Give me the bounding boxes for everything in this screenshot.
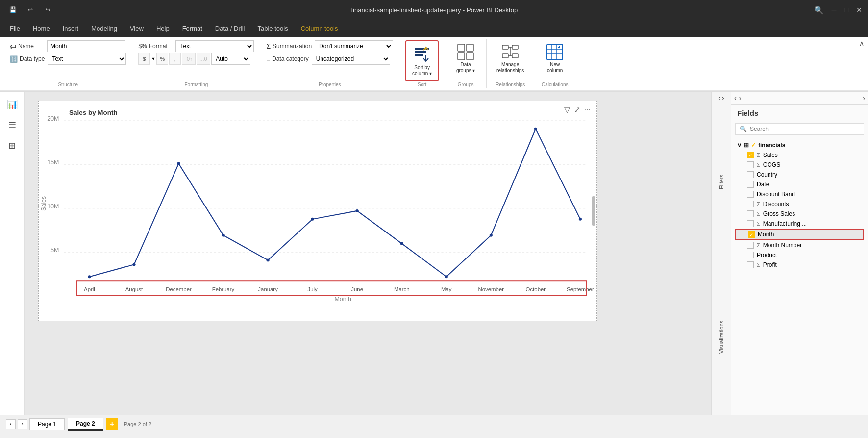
sales-checkbox[interactable]: ✓ — [747, 152, 754, 158]
datatype-row: 🔢 Data type Text Whole Number Decimal Nu… — [10, 53, 126, 65]
dollar-prefix-icon: $% — [138, 43, 147, 50]
dec-inc-btn[interactable]: .0↑ — [182, 53, 196, 65]
page-prev-btn[interactable]: ‹ — [6, 419, 16, 429]
fields-search-box[interactable]: 🔍 — [735, 123, 864, 135]
page-next-btn[interactable]: › — [18, 419, 27, 429]
panel-nav-forward[interactable]: › — [739, 94, 741, 103]
maximize-btn[interactable]: □ — [844, 6, 848, 14]
financials-header[interactable]: ∨ ⊞ ✓ financials — [735, 140, 864, 150]
sort-by-column-btn[interactable]: Sort bycolumn ▾ — [408, 43, 436, 78]
menu-format[interactable]: Format — [176, 23, 208, 34]
panel-fwd-arrow[interactable]: › — [722, 94, 724, 103]
field-item-sales[interactable]: ✓ Σ Sales — [735, 150, 864, 160]
field-item-month-number[interactable]: Σ Month Number — [735, 240, 864, 250]
close-btn[interactable]: ✕ — [856, 6, 862, 14]
menu-modeling[interactable]: Modeling — [85, 23, 123, 34]
svg-rect-2 — [415, 54, 423, 56]
datatype-select[interactable]: Text Whole Number Decimal Number — [48, 53, 126, 65]
svg-point-37 — [400, 242, 403, 245]
page-count: Page 2 of 2 — [124, 421, 151, 427]
ribbon-collapse-btn[interactable]: ∧ — [859, 39, 864, 47]
sidebar-model-icon[interactable]: ⊞ — [3, 137, 21, 155]
discounts-name: Discounts — [763, 201, 860, 207]
menu-data-drill[interactable]: Data / Drill — [209, 23, 251, 34]
field-item-discounts[interactable]: Σ Discounts — [735, 199, 864, 209]
canvas-area[interactable]: ▽ ⤢ ··· 20M 15M 10M 5M Sales — [25, 92, 711, 415]
field-item-manufacturing[interactable]: Σ Manufacturing ... — [735, 219, 864, 229]
fields-search-input[interactable] — [750, 126, 860, 132]
panel-back-arrow[interactable]: ‹ — [718, 94, 720, 103]
save-btn[interactable]: 💾 — [6, 3, 20, 17]
percent-btn[interactable]: % — [156, 53, 168, 65]
ribbon: 🏷 Name 🔢 Data type Text Whole Number Dec… — [0, 37, 868, 92]
product-checkbox[interactable] — [747, 252, 754, 258]
page-add-btn[interactable]: + — [106, 418, 118, 430]
panel-nav-back[interactable]: ‹ — [734, 94, 737, 103]
summarization-select[interactable]: Don't summarize Sum Average Count — [315, 40, 393, 52]
dec-dec-btn[interactable]: ↓.0 — [197, 53, 210, 65]
svg-text:Month: Month — [335, 296, 351, 301]
date-name: Date — [757, 181, 860, 188]
redo-btn[interactable]: ↪ — [41, 3, 55, 17]
svg-rect-14 — [547, 44, 563, 60]
field-item-profit[interactable]: Σ Profit — [735, 260, 864, 270]
field-item-date[interactable]: Date — [735, 180, 864, 189]
month-number-checkbox[interactable] — [747, 242, 754, 249]
auto-select[interactable]: Auto — [211, 53, 250, 65]
gross-sales-sigma: Σ — [757, 211, 760, 217]
title-search-icon[interactable]: 🔍 — [814, 5, 824, 15]
profit-checkbox[interactable] — [747, 261, 754, 268]
relationships-group-label: Relationships — [487, 82, 534, 87]
gross-sales-checkbox[interactable] — [747, 210, 754, 217]
name-input[interactable] — [47, 40, 125, 52]
menu-table-tools[interactable]: Table tools — [251, 23, 294, 34]
new-column-btn[interactable]: Newcolumn — [540, 40, 570, 76]
title-left-controls: 💾 ↩ ↪ — [6, 3, 55, 17]
sidebar-data-icon[interactable]: ☰ — [3, 116, 21, 134]
sidebar-report-icon[interactable]: 📊 — [3, 96, 21, 113]
discounts-checkbox[interactable] — [747, 201, 754, 207]
field-item-product[interactable]: Product — [735, 250, 864, 260]
fields-title: Fields — [737, 109, 758, 117]
format-select[interactable]: Text General Whole Number Decimal — [175, 40, 254, 52]
manage-relationships-btn[interactable]: Managerelationships — [493, 40, 528, 76]
panel-collapse-icon[interactable]: › — [863, 94, 865, 102]
menu-file[interactable]: File — [4, 23, 26, 34]
field-item-discount-band[interactable]: Discount Band — [735, 189, 864, 199]
data-groups-icon — [456, 42, 475, 62]
svg-point-40 — [534, 128, 537, 130]
dropdown-arrow-dollar[interactable]: ▼ — [151, 56, 155, 61]
sigma-icon: Σ — [266, 42, 271, 50]
sort-group: Sort bycolumn ▾ Sort — [399, 39, 445, 88]
comma-btn[interactable]: , — [169, 53, 181, 65]
svg-rect-7 — [502, 45, 508, 49]
dollar-btn[interactable]: $ — [138, 53, 150, 65]
discount-band-checkbox[interactable] — [747, 191, 754, 198]
cogs-checkbox[interactable] — [747, 161, 754, 168]
page1-tab[interactable]: Page 1 — [29, 418, 65, 430]
menu-column-tools[interactable]: Column tools — [295, 23, 344, 34]
manufacturing-checkbox[interactable] — [747, 220, 754, 227]
month-checkbox[interactable]: ✓ — [748, 231, 755, 238]
data-groups-btn[interactable]: Datagroups ▾ — [451, 40, 480, 76]
menu-help[interactable]: Help — [150, 23, 175, 34]
format-btns-row: $ ▼ % , .0↑ ↓.0 Auto — [138, 53, 250, 65]
gross-sales-name: Gross Sales — [763, 210, 860, 217]
svg-rect-8 — [512, 45, 518, 49]
date-checkbox[interactable] — [747, 181, 754, 188]
fields-search-icon: 🔍 — [740, 126, 747, 132]
field-item-cogs[interactable]: Σ COGS — [735, 160, 864, 170]
field-item-gross-sales[interactable]: Σ Gross Sales — [735, 209, 864, 219]
field-item-country[interactable]: Country — [735, 170, 864, 180]
month-number-name: Month Number — [763, 242, 860, 249]
page2-tab[interactable]: Page 2 — [68, 418, 103, 431]
undo-btn[interactable]: ↩ — [24, 3, 37, 17]
menu-view[interactable]: View — [124, 23, 149, 34]
menu-home[interactable]: Home — [27, 23, 56, 34]
minimize-btn[interactable]: ─ — [832, 6, 837, 14]
datatype-icon: 🔢 — [10, 55, 18, 63]
menu-insert[interactable]: Insert — [57, 23, 85, 34]
country-checkbox[interactable] — [747, 171, 754, 178]
field-item-month[interactable]: ✓ Month — [735, 229, 864, 240]
datacategory-select[interactable]: Uncategorized Address City — [312, 53, 390, 65]
